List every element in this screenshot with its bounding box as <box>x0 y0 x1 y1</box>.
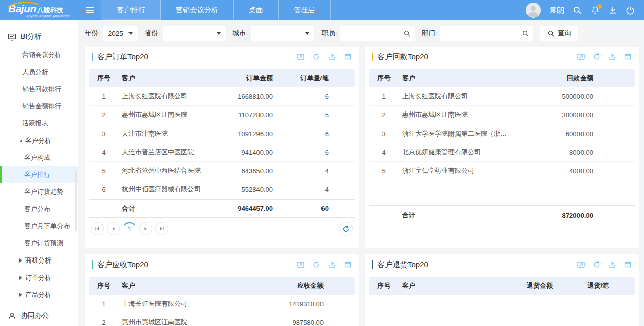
table-row[interactable]: 4 大连市普兰店区中医医院 941400.00 6 <box>89 143 355 162</box>
year-select[interactable]: 2025 <box>103 26 138 41</box>
previous-page-button[interactable] <box>107 222 120 235</box>
cell-seq: 3 <box>89 130 119 138</box>
tab-label: 营销会议分析 <box>176 6 218 15</box>
export-icon[interactable] <box>608 260 616 269</box>
sidebar-item-sales-payment-ranking[interactable]: 销售回款排行 <box>0 81 78 98</box>
tab-management[interactable]: 管理层 <box>279 0 331 20</box>
panel-title: 客户回款Top20 <box>377 52 428 62</box>
table-row[interactable]: 5 河北省沧州中西医结合医院 643650.00 4 <box>89 162 355 180</box>
panel-accent-bar <box>372 53 373 61</box>
cell-seq: 1 <box>89 93 119 100</box>
cell-seq: 2 <box>369 111 399 119</box>
triangle-collapsed-icon <box>19 293 22 297</box>
preview-chart-icon[interactable] <box>297 53 305 61</box>
panel-customer-orders: 客户订单Top20 序号 客户 订单金额 订单量/笔 1 上 <box>85 47 359 248</box>
first-page-button[interactable] <box>91 222 104 235</box>
query-button[interactable]: 查询 <box>540 26 578 41</box>
current-page[interactable]: 1 <box>123 222 136 235</box>
maximize-icon[interactable] <box>624 53 632 61</box>
table-row[interactable]: 3 天津市津南医院 1091296.00 6 <box>89 124 355 143</box>
table-row[interactable]: 4 北京优妍健康管理有限公司 8000.00 <box>369 143 635 162</box>
sidebar-scrollbar-thumb[interactable] <box>75 171 77 231</box>
preview-chart-icon[interactable] <box>577 53 585 61</box>
cell-seq: 6 <box>89 186 119 193</box>
sidebar-section-label: 协同办公 <box>21 311 49 320</box>
staff-input-field[interactable] <box>344 30 403 37</box>
table-row[interactable]: 2 惠州市惠城区江南医院 1107280.00 5 <box>89 106 355 124</box>
department-input[interactable] <box>440 26 533 41</box>
cell-amount: 941400.00 <box>201 149 277 156</box>
brand-logo[interactable]: Bajun 八骏科技 Anyone,Anytime,Anywhere! <box>0 0 78 20</box>
table-row[interactable]: 1 上海长虹医院有限公司 1419310.00 <box>89 295 355 313</box>
refresh-icon[interactable] <box>593 260 601 269</box>
power-icon[interactable] <box>626 6 635 15</box>
sidebar-item-customer-monthly-orders[interactable]: 客户月下单分布 <box>0 218 78 235</box>
tab-customer-ranking[interactable]: 客户排行 <box>101 0 161 20</box>
export-icon[interactable] <box>608 53 616 61</box>
maximize-icon[interactable] <box>624 260 632 269</box>
refresh-icon[interactable] <box>312 260 320 269</box>
search-icon[interactable] <box>403 30 411 37</box>
refresh-icon[interactable] <box>593 53 601 61</box>
sidebar-item-customer-order-forecast[interactable]: 客户订货预测 <box>0 235 78 252</box>
province-select[interactable] <box>163 26 226 41</box>
table-header-row: 序号 客户 应收金额 <box>89 277 355 295</box>
table-row[interactable]: 5 浙江宝仁堂药业有限公司 4000.00 <box>369 162 635 180</box>
sidebar-section-bi-analysis[interactable]: BI分析 <box>0 27 78 46</box>
total-label: 合计 <box>119 204 201 213</box>
table-row[interactable]: 3 浙江大学医学院附属第二医院（浙江省第二医院） 60000.00 <box>369 124 635 143</box>
search-icon <box>547 30 555 37</box>
sidebar-item-customer-ranking[interactable]: 客户排行 <box>0 166 78 183</box>
sidebar-section-collaboration[interactable]: 协同办公 <box>0 306 78 325</box>
table-row[interactable]: 2 惠州市惠城区江南医院 300000.00 <box>369 106 635 124</box>
sidebar-item-customer-distribution[interactable]: 客户分布 <box>0 201 78 218</box>
export-icon[interactable] <box>328 53 336 61</box>
sidebar-group-customer-analysis[interactable]: 客户分析 <box>0 132 78 149</box>
panel-customer-returns: 客户退货Top20 序号 客户 退货金额 退货/笔 <box>365 254 639 326</box>
cell-seq: 5 <box>89 167 119 175</box>
cell-seq: 4 <box>89 149 119 156</box>
pagination: 1 <box>89 218 355 240</box>
sidebar-group-opportunity-analysis[interactable]: 商机分析 <box>0 252 78 269</box>
column-header: 客户 <box>119 74 201 83</box>
search-icon[interactable] <box>522 30 529 37</box>
preview-chart-icon[interactable] <box>297 260 305 269</box>
maximize-icon[interactable] <box>344 53 352 61</box>
panel-accent-bar <box>92 260 93 269</box>
sidebar-item-label: 客户排行 <box>24 171 50 178</box>
main-content: 年份: 2025 省份: 城市: 职员: <box>78 20 644 326</box>
table-row[interactable]: 1 上海长虹医院有限公司 1668810.00 6 <box>89 87 355 106</box>
table-row[interactable]: 6 杭州中佰医疗器械有限公司 552840.00 4 <box>89 180 355 199</box>
cell-amount: 60000.00 <box>509 130 635 138</box>
tab-marketing-meeting-analysis[interactable]: 营销会议分析 <box>161 0 234 20</box>
download-icon[interactable] <box>608 6 617 15</box>
sidebar-item-customer-composition[interactable]: 客户构成 <box>0 149 78 166</box>
sidebar-item-customer-order-trend[interactable]: 客户订货趋势 <box>0 183 78 201</box>
next-page-button[interactable] <box>139 222 152 235</box>
tab-desktop[interactable]: 桌面 <box>234 0 279 20</box>
grid-refresh-button[interactable] <box>339 222 353 236</box>
preview-chart-icon[interactable] <box>577 260 585 269</box>
cell-amount: 987580.00 <box>229 319 355 326</box>
sidebar-item-personnel-analysis[interactable]: 人员分析 <box>0 63 78 81</box>
last-page-button[interactable] <box>155 222 168 235</box>
username[interactable]: 袁朗 <box>549 6 564 15</box>
avatar[interactable] <box>526 3 541 18</box>
menu-icon[interactable] <box>78 0 101 20</box>
cell-amount: 1091296.00 <box>201 130 277 138</box>
sidebar-item-active-reports[interactable]: 活跃报表 <box>0 115 78 132</box>
sidebar-item-sales-amount-ranking[interactable]: 销售金额排行 <box>0 98 78 115</box>
department-input-field[interactable] <box>444 30 522 37</box>
sidebar-group-product-analysis[interactable]: 产品分析 <box>0 286 78 303</box>
search-icon[interactable] <box>573 6 582 15</box>
table-row[interactable]: 1 上海长虹医院有限公司 500000.00 <box>369 87 635 106</box>
staff-input[interactable] <box>340 26 415 41</box>
table-row[interactable]: 2 惠州市惠城区江南医院 987580.00 <box>89 313 355 326</box>
bell-icon[interactable] <box>591 6 600 15</box>
city-select[interactable] <box>251 26 314 41</box>
sidebar-item-marketing-meeting[interactable]: 营销会议分析 <box>0 46 78 63</box>
maximize-icon[interactable] <box>344 260 352 269</box>
export-icon[interactable] <box>328 260 336 269</box>
refresh-icon[interactable] <box>312 53 320 61</box>
sidebar-group-order-analysis[interactable]: 订单分析 <box>0 269 78 286</box>
